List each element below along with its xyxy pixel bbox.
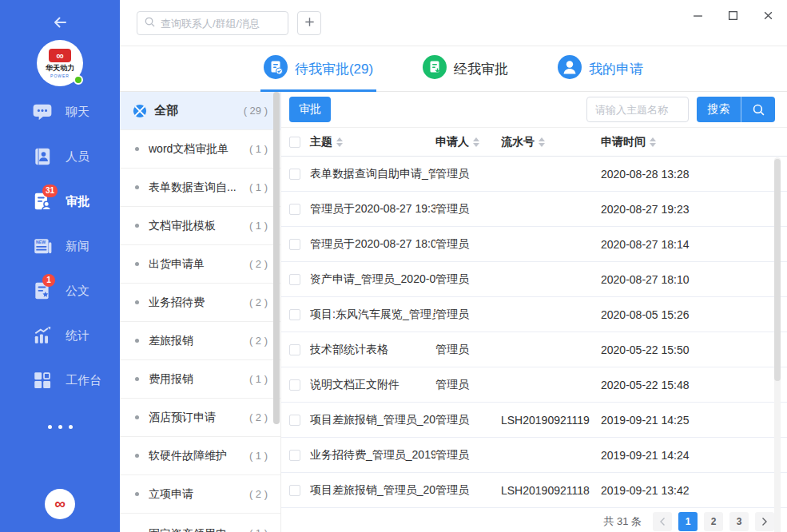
cell-subject: 项目:东风汽车展览_管理员... (310, 308, 435, 322)
sidebar-item-chat[interactable]: 聊天 (0, 89, 120, 134)
cell-subject: 说明文档正文附件 (310, 378, 435, 392)
cell-applicant: 管理员 (435, 308, 501, 322)
page-button-3[interactable]: 3 (729, 512, 749, 531)
category-item[interactable]: 出货申请单( 2 ) (120, 245, 280, 284)
main-content: 审批 搜索 主题 申请人 流水号 申请时间 表单数据查询自助申请_管... 管理… (281, 92, 787, 532)
category-item[interactable]: 表单数据查询自...( 1 ) (120, 169, 280, 207)
cell-time: 2020-08-28 13:28 (601, 168, 767, 181)
cell-subject: 管理员于2020-08-27 18:0... (310, 237, 435, 252)
row-checkbox[interactable] (289, 309, 300, 320)
category-item[interactable]: 业务招待费( 2 ) (120, 284, 280, 322)
category-item[interactable]: 酒店预订申请( 2 ) (120, 399, 280, 437)
row-checkbox[interactable] (289, 450, 300, 461)
tab-approved-by-me[interactable]: 经我审批 (423, 46, 508, 92)
tab-label: 待我审批(29) (295, 60, 373, 78)
sidebar-item-approval[interactable]: 31 审批 (0, 179, 120, 224)
page-button-1[interactable]: 1 (678, 512, 698, 531)
table-row[interactable]: 管理员于2020-08-27 19:3... 管理员 2020-08-27 19… (281, 192, 787, 227)
category-item[interactable]: 固定资产领用申...( 1 ) (120, 514, 280, 532)
row-checkbox[interactable] (289, 485, 300, 496)
approve-button[interactable]: 审批 (289, 97, 331, 122)
tab-my-applications[interactable]: 我的申请 (558, 46, 643, 92)
row-checkbox[interactable] (289, 239, 300, 250)
logo-text: 华天动力 (46, 63, 74, 73)
sidebar-item-news[interactable]: NEW 新闻 (0, 224, 120, 268)
next-page-button[interactable] (755, 512, 774, 531)
bullet-icon (135, 262, 139, 266)
maximize-button[interactable] (721, 6, 744, 24)
sidebar-item-statistics[interactable]: 统计 (0, 313, 120, 358)
bullet-icon (135, 377, 139, 381)
back-arrow-icon[interactable] (50, 13, 70, 32)
contact-search[interactable] (137, 11, 288, 35)
sidebar-item-label: 公文 (66, 284, 89, 299)
category-count: ( 29 ) (244, 105, 268, 117)
page-button-2[interactable]: 2 (704, 512, 723, 531)
official-doc-icon: 1 (32, 280, 53, 301)
table-row[interactable]: 资产申请_管理员_2020-08... 管理员 2020-08-27 18:10 (281, 262, 787, 297)
sidebar-item-documents[interactable]: 1 公文 (0, 268, 120, 313)
sidebar-item-people[interactable]: 人员 (0, 134, 120, 179)
cell-subject: 技术部统计表格 (310, 343, 435, 357)
sidebar-item-workbench[interactable]: 工作台 (0, 358, 120, 403)
cell-applicant: 管理员 (435, 237, 501, 252)
cell-subject: 业务招待费_管理员_2019-... (310, 448, 435, 463)
stats-icon (32, 325, 53, 346)
header-serial[interactable]: 流水号 (501, 135, 601, 149)
cell-serial: LSH20190921119 (501, 414, 601, 427)
sidebar-item-label: 新闻 (66, 239, 89, 254)
category-item[interactable]: word文档审批单( 1 ) (120, 130, 280, 169)
category-item[interactable]: 文档审批模板( 1 ) (120, 207, 280, 245)
search-icon-button[interactable] (741, 97, 775, 122)
bullet-icon (135, 339, 139, 343)
table-scrollbar-thumb[interactable] (774, 159, 781, 381)
table-row[interactable]: 项目差旅报销_管理员_201... 管理员 LSH20190921119 201… (281, 403, 787, 438)
row-checkbox[interactable] (289, 344, 300, 355)
header-apply-time[interactable]: 申请时间 (601, 135, 767, 149)
table-row[interactable]: 表单数据查询自助申请_管... 管理员 2020-08-28 13:28 (281, 157, 787, 192)
tab-pending-approval[interactable]: 待我审批(29) (264, 46, 373, 92)
category-item[interactable]: 软硬件故障维护( 1 ) (120, 437, 280, 475)
sidebar-item-label: 工作台 (66, 373, 101, 388)
header-subject[interactable]: 主题 (310, 135, 435, 149)
table-row[interactable]: 技术部统计表格 管理员 2020-05-22 15:50 (281, 332, 787, 367)
search-icon (144, 16, 156, 31)
row-checkbox[interactable] (289, 415, 300, 426)
news-icon: NEW (32, 236, 53, 256)
row-checkbox[interactable] (289, 169, 300, 180)
select-all-checkbox[interactable] (289, 137, 300, 148)
minimize-button[interactable] (686, 6, 709, 24)
row-checkbox[interactable] (289, 274, 300, 285)
header-applicant[interactable]: 申请人 (435, 135, 501, 149)
add-button[interactable] (297, 11, 321, 35)
table-row[interactable]: 项目:东风汽车展览_管理员... 管理员 2020-08-05 15:26 (281, 297, 787, 332)
sidebar: ∞ 华天动力 POWER 聊天 人员 31 (0, 0, 120, 532)
search-button[interactable]: 搜索 (697, 97, 741, 122)
table-row[interactable]: 管理员于2020-08-27 18:0... 管理员 2020-08-27 18… (281, 227, 787, 262)
category-item[interactable]: 费用报销( 1 ) (120, 360, 280, 399)
category-item[interactable]: 立项申请( 2 ) (120, 475, 280, 514)
table-row[interactable]: 业务招待费_管理员_2019-... 管理员 2019-09-21 14:24 (281, 438, 787, 473)
close-button[interactable] (757, 6, 779, 24)
category-item-all[interactable]: 全部 ( 29 ) (120, 92, 280, 130)
table-row[interactable]: 说明文档正文附件 管理员 2020-05-22 15:48 (281, 367, 787, 403)
bullet-icon (135, 492, 139, 496)
contact-search-input[interactable] (161, 18, 281, 30)
cell-applicant: 管理员 (435, 343, 501, 357)
row-checkbox[interactable] (289, 204, 300, 215)
cell-time: 2019-09-21 14:25 (601, 414, 767, 427)
sort-icon (473, 137, 479, 147)
category-item[interactable]: 差旅报销( 2 ) (120, 322, 280, 360)
my-applications-icon (558, 55, 582, 82)
approval-badge: 31 (42, 185, 58, 197)
sidebar-item-label: 审批 (66, 194, 89, 209)
sort-icon (650, 137, 656, 147)
workbench-icon (32, 370, 53, 391)
row-checkbox[interactable] (289, 379, 300, 391)
topic-search-input[interactable] (586, 97, 689, 122)
prev-page-button[interactable] (653, 512, 672, 531)
panel-scrollbar[interactable] (273, 92, 280, 424)
more-button[interactable] (0, 419, 120, 435)
table-row[interactable]: 项目差旅报销_管理员_201... 管理员 LSH20190921118 201… (281, 473, 787, 508)
cell-subject: 项目差旅报销_管理员_201... (310, 483, 435, 498)
